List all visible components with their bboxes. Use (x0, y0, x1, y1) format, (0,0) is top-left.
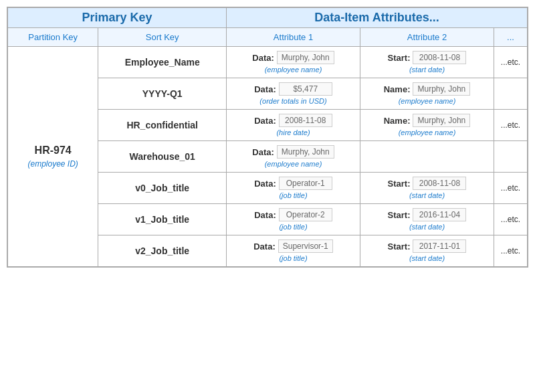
attr1-value: Operator-1 (279, 177, 332, 190)
attr2-value: 2017-11-01 (413, 239, 466, 253)
attribute2-cell: Name: Murphy, John (employee name) (360, 78, 494, 110)
partition-key-cell: HR-974 (employee ID) (8, 47, 98, 267)
etc-cell: ...etc. (494, 110, 528, 141)
attr1-label: Data: (254, 210, 276, 220)
attr1-hint: (employee name) (265, 66, 322, 74)
attr2-label: Start: (388, 210, 411, 220)
sort-key-cell: YYYY-Q1 (98, 78, 227, 110)
etc-cell (494, 78, 528, 110)
sort-key-cell: v0_Job_title (98, 173, 227, 204)
attr1-value: 2008-11-08 (279, 114, 332, 127)
etc-cell: ...etc. (494, 204, 528, 235)
attr2-label: Name: (384, 84, 411, 94)
attr1-hint: (job title) (279, 254, 307, 262)
attribute1-cell: Data: Murphy, John (employee name) (227, 141, 360, 173)
attr2-value: 2008-11-08 (413, 177, 466, 190)
attribute1-cell: Data: Murphy, John (employee name) (227, 47, 360, 78)
attribute1-cell: Data: Supervisor-1 (job title) (227, 235, 360, 267)
attr2-label: Name: (384, 116, 411, 126)
attribute2-cell: Name: Murphy, John (employee name) (360, 110, 494, 141)
attr1-hint: (job title) (279, 191, 307, 199)
sort-key-subheader: Sort Key (98, 28, 227, 47)
attribute2-cell: Start: 2008-11-08 (start date) (360, 173, 494, 204)
attribute2-cell: Start: 2017-11-01 (start date) (360, 235, 494, 267)
attr2-label: Start: (388, 53, 411, 63)
sort-key-cell: Warehouse_01 (98, 141, 227, 173)
sort-key-cell: v2_Job_title (98, 235, 227, 267)
attr2-hint: (start date) (409, 223, 445, 231)
attribute2-cell (360, 141, 494, 173)
attribute1-cell: Data: $5,477 (order totals in USD) (227, 78, 360, 110)
sort-key-cell: v1_Job_title (98, 204, 227, 235)
attr1-hint: (job title) (279, 223, 307, 231)
attr2-hint: (start date) (409, 66, 445, 74)
attribute2-cell: Start: 2008-11-08 (start date) (360, 47, 494, 78)
attribute1-cell: Data: Operator-2 (job title) (227, 204, 360, 235)
attr1-value: Supervisor-1 (278, 239, 333, 253)
etc-cell: ...etc. (494, 47, 528, 78)
sort-key-cell: Employee_Name (98, 47, 227, 78)
attr1-value: Murphy, John (277, 51, 334, 64)
attr1-hint: (hire date) (276, 128, 310, 136)
attr2-hint: (start date) (409, 254, 445, 262)
data-items-header: Data-Item Attributes... (227, 8, 528, 28)
attr1-value: $5,477 (279, 82, 332, 96)
etc-cell: ...etc. (494, 173, 528, 204)
partition-key-value: HR-974 (12, 144, 94, 157)
dots-subheader: ... (494, 28, 528, 47)
attr1-label: Data: (254, 84, 276, 94)
attr2-hint: (employee name) (399, 97, 456, 105)
attribute1-cell: Data: Operator-1 (job title) (227, 173, 360, 204)
attr1-label: Data: (252, 53, 274, 63)
attribute1-subheader: Attribute 1 (227, 28, 360, 47)
primary-key-header: Primary Key (8, 8, 227, 28)
attribute2-subheader: Attribute 2 (360, 28, 494, 47)
attr2-hint: (employee name) (399, 128, 456, 136)
attr2-label: Start: (388, 241, 411, 252)
attribute2-cell: Start: 2016-11-04 (start date) (360, 204, 494, 235)
attr1-hint: (order totals in USD) (259, 97, 326, 105)
main-table-container: Primary Key Data-Item Attributes... Part… (7, 7, 528, 268)
attr1-value: Operator-2 (279, 208, 332, 221)
attr1-label: Data: (253, 241, 276, 252)
attribute1-cell: Data: 2008-11-08 (hire date) (227, 110, 360, 141)
attr2-value: Murphy, John (413, 82, 470, 96)
partition-key-hint: (employee ID) (12, 159, 94, 169)
attr1-label: Data: (254, 116, 276, 126)
attr1-label: Data: (252, 147, 274, 157)
attr2-hint: (start date) (409, 191, 445, 199)
partition-key-subheader: Partition Key (8, 28, 98, 47)
attr1-value: Murphy, John (277, 145, 334, 159)
attr2-label: Start: (388, 179, 411, 189)
attr2-value: 2008-11-08 (413, 51, 466, 64)
attr2-value: Murphy, John (413, 114, 470, 127)
attr2-value: 2016-11-04 (413, 208, 466, 221)
attr1-hint: (employee name) (265, 160, 322, 168)
etc-cell: ...etc. (494, 235, 528, 267)
attr1-label: Data: (254, 179, 276, 189)
sort-key-cell: HR_confidential (98, 110, 227, 141)
etc-cell (494, 141, 528, 173)
